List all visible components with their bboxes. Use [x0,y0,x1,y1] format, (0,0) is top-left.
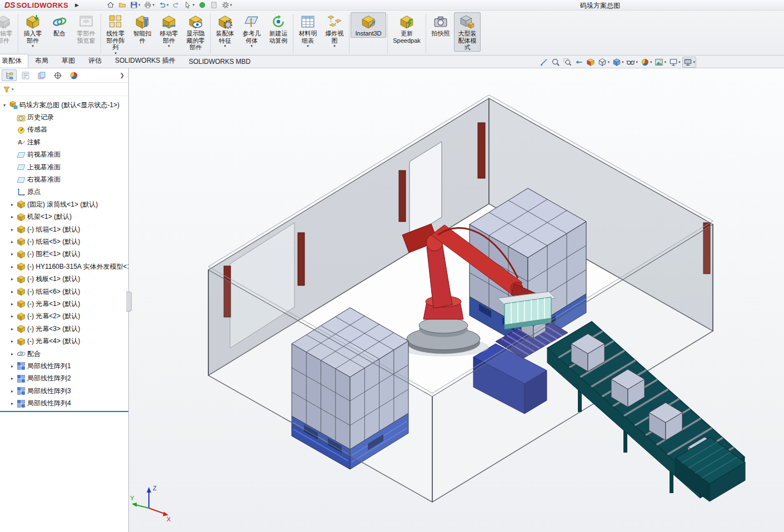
display-style-icon[interactable] [612,57,625,67]
exploded-view-button[interactable]: 爆炸视图 [321,12,348,48]
tab-layout[interactable]: 布局 [28,54,55,68]
full-screen-icon[interactable] [682,57,696,68]
rollback-bar[interactable] [0,411,128,412]
expander-icon[interactable] [9,302,15,307]
tree-item-history[interactable]: 历史记录 [0,111,128,123]
expander-icon[interactable] [9,314,15,319]
tree-item-pattern[interactable]: 局部线性阵列2 [0,373,128,385]
expander-icon[interactable] [9,252,15,257]
zoom-fit-icon[interactable] [551,57,561,67]
component-preview-window-button[interactable]: 零部件预览窗 [73,12,99,44]
tab-evaluate[interactable]: 评估 [82,54,108,68]
expander-icon[interactable] [9,214,15,219]
configuration-manager-tab[interactable] [34,69,49,81]
tree-item-mates[interactable]: 配合 [0,348,128,360]
insert-component-button[interactable]: 插入零部件 [19,12,46,48]
linear-component-pattern-button[interactable]: 线性零部件阵列 [102,12,129,56]
show-hidden-components-button[interactable]: 显示隐藏的零部件 [182,12,209,52]
filter-dropdown-arrow-icon[interactable]: ▾ [12,87,14,92]
tree-item-component[interactable]: (-) 围栏<1> (默认) [0,248,128,260]
tree-item-origin[interactable]: 原点 [0,186,128,198]
expander-icon[interactable] [9,401,15,406]
view-settings-icon[interactable] [668,57,681,67]
tree-item-component[interactable]: (-) 纸箱<1> (默认) [0,223,128,235]
expander-icon[interactable] [9,227,15,232]
tree-item-pattern[interactable]: 局部线性阵列4 [0,397,128,409]
expander-icon[interactable] [9,364,15,369]
assembly-features-button[interactable]: 装配体特征 [212,12,238,48]
expander-icon[interactable] [9,352,15,357]
apply-scene-icon[interactable] [654,57,667,67]
smart-fasteners-button[interactable]: 智能扣件 [129,12,156,44]
zoom-area-icon[interactable] [562,57,572,67]
instant3d-button[interactable]: Instant3D [351,12,386,38]
expander-icon[interactable] [9,289,15,294]
save-icon[interactable] [129,1,142,10]
previous-view-icon[interactable] [574,57,584,67]
expander-icon[interactable] [2,103,7,108]
print-icon[interactable] [143,1,156,10]
view-orientation-icon[interactable] [597,57,610,67]
expander-icon[interactable] [9,389,15,394]
logo-flyout-arrow-icon[interactable]: ▶ [75,2,79,8]
tree-item-component[interactable]: (-) 栈板<1> (默认) [0,273,128,285]
rebuild-icon[interactable] [197,1,207,10]
hide-show-items-icon[interactable] [626,57,638,67]
home-icon[interactable] [106,1,116,10]
display-manager-tab[interactable] [66,69,81,81]
bill-of-materials-button[interactable]: 材料明细表 [294,12,321,48]
expander-icon[interactable] [9,376,15,381]
tree-item-pattern[interactable]: 局部线性阵列1 [0,360,128,372]
viewport-3d-scene[interactable]: Z X Y [129,68,783,532]
property-manager-tab[interactable] [18,69,33,81]
panel-expand-chevron-icon[interactable]: ❯ [118,72,127,78]
tree-item-component[interactable]: (-) HY1160B-315A 实体外发模型<1 [0,260,128,273]
tree-item-sensors[interactable]: 传感器 [0,124,128,136]
tree-item-pattern[interactable]: 局部线性阵列3 [0,385,128,397]
tree-item-top-plane[interactable]: 上视基准面 [0,161,128,173]
tab-sketch[interactable]: 草图 [55,54,82,68]
tree-item-annotations[interactable]: 注解 [0,136,128,148]
expander-icon[interactable] [9,264,15,269]
expander-icon[interactable] [9,202,15,207]
expander-icon[interactable] [9,277,15,282]
graphics-viewport[interactable]: Z X Y [129,68,784,532]
options-icon[interactable] [221,1,233,10]
tree-item-front-plane[interactable]: 前视基准面 [0,149,128,161]
tab-solidworks-addins[interactable]: SOLIDWORKS 插件 [108,54,182,68]
tab-solidworks-mbd[interactable]: SOLIDWORKS MBD [182,56,257,68]
tree-item-right-plane[interactable]: 右视基准面 [0,173,128,185]
redo-icon[interactable] [171,1,181,10]
large-assembly-mode-button[interactable]: 大型装配体模式 [454,12,481,52]
feature-manager-tab[interactable] [2,69,17,81]
take-snapshot-button[interactable]: 拍快照 [427,12,454,38]
tree-item-component[interactable]: (-) 光幕<3> (默认) [0,323,128,335]
tree-item-component[interactable]: (-) 光幕<4> (默认) [0,335,128,347]
section-view-icon[interactable] [586,57,596,67]
tree-item-component[interactable]: (-) 光幕<2> (默认) [0,310,128,323]
update-speedpak-button[interactable]: 更新Speedpak [389,12,425,44]
mate-button[interactable]: 配合 [46,12,73,38]
filter-funnel-icon[interactable] [3,86,11,93]
select-icon[interactable] [183,1,196,10]
expander-icon[interactable] [9,239,15,244]
new-motion-study-button[interactable]: 新建运动算例 [265,12,292,44]
tab-assembly[interactable]: 装配体 [0,54,28,68]
open-icon[interactable] [117,1,127,10]
panel-splitter-handle[interactable] [126,292,132,312]
undo-icon[interactable] [157,1,170,10]
edit-appearance-icon[interactable] [640,57,653,67]
tree-item-component[interactable]: (固定) 滚筒线<1> (默认) [0,198,128,210]
edit-component-button[interactable]: 编辑零部件 [0,12,17,44]
file-properties-icon[interactable] [209,1,219,10]
expander-icon[interactable] [9,339,15,344]
tree-item-component[interactable]: (-) 纸箱<6> (默认) [0,285,128,298]
reference-geometry-button[interactable]: 参考几何体 [238,12,265,48]
tree-item-component[interactable]: (-) 光幕<1> (默认) [0,298,128,310]
tree-item-root[interactable]: 码垛方案总图 (默认<显示状态-1>) [0,99,128,111]
expander-icon[interactable] [9,327,15,332]
dimxpert-manager-tab[interactable] [50,69,65,81]
tree-item-component[interactable]: (-) 纸箱<5> (默认) [0,235,128,248]
move-component-button[interactable]: 移动零部件 [156,12,182,48]
tree-item-component[interactable]: 机架<1> (默认) [0,211,128,223]
